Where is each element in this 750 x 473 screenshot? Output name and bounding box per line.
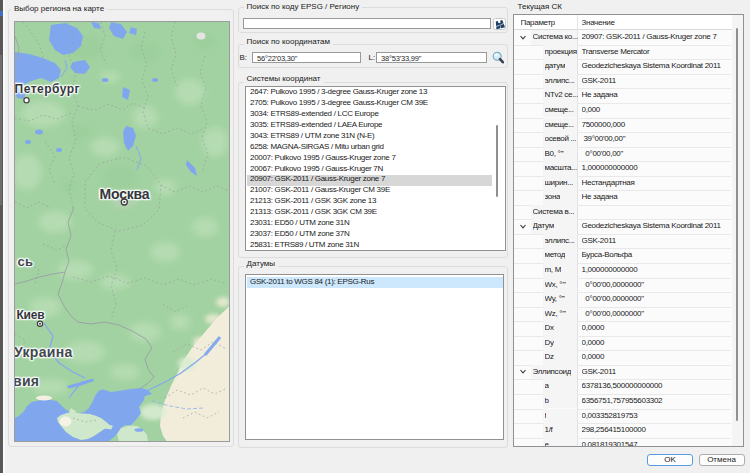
svg-text:сь: сь bbox=[17, 254, 33, 269]
svg-text:Украина: Украина bbox=[15, 344, 72, 360]
svg-text:вия: вия bbox=[15, 373, 39, 389]
svg-text:Петербург: Петербург bbox=[15, 81, 80, 95]
svg-text:Киев: Киев bbox=[16, 307, 44, 321]
